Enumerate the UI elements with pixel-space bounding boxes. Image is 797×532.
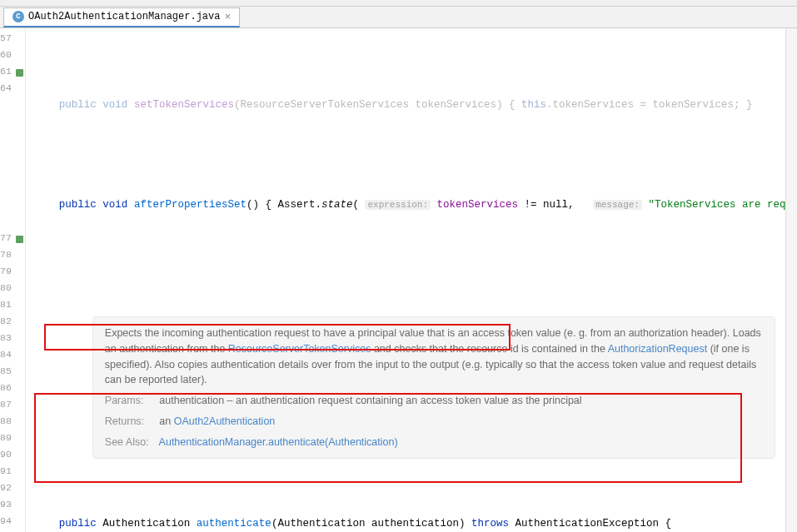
override-marker-icon[interactable] <box>16 236 23 243</box>
line-number[interactable]: 86 <box>0 380 25 396</box>
override-marker-icon[interactable] <box>16 69 23 77</box>
line-number[interactable]: 92 <box>0 480 25 496</box>
javadoc-params: Params: authentication – an authenticati… <box>105 393 763 409</box>
line-number[interactable]: 81 <box>0 296 25 313</box>
vertical-scrollbar[interactable] <box>785 28 797 532</box>
line-number[interactable]: 84 <box>0 346 25 363</box>
line-number[interactable]: 94 <box>0 513 25 530</box>
javadoc-link[interactable]: OAuth2Authentication <box>174 415 276 427</box>
line-number[interactable]: 83 <box>0 330 25 346</box>
line-number[interactable]: 57 <box>0 30 25 47</box>
line-number[interactable]: 77 <box>0 230 25 246</box>
gutter: 57 60 61 64 77 78 79 80 81 82 83 84 85 8… <box>0 28 26 532</box>
line-number[interactable]: 90 <box>0 446 25 463</box>
javadoc-link[interactable]: AuthorizationRequest <box>608 343 708 355</box>
line-number[interactable]: 88 <box>0 413 25 430</box>
javadoc-link[interactable]: ResourceServerTokenServices <box>228 343 371 355</box>
close-icon[interactable]: × <box>224 11 231 23</box>
javadoc-popup: Expects the incoming authentication requ… <box>92 316 775 459</box>
line-number[interactable]: 61 <box>0 63 25 80</box>
line-number[interactable]: 91 <box>0 463 25 480</box>
code-area[interactable]: Re public void setTokenServices(Resource… <box>26 28 797 532</box>
line-number[interactable]: 87 <box>0 396 25 413</box>
javadoc-returns: Returns: an OAuth2Authentication <box>105 414 763 430</box>
editor-tab-bar: C OAuth2AuthenticationManager.java × <box>0 7 797 28</box>
line-number[interactable]: 80 <box>0 280 25 296</box>
javadoc-seealso: See Also: AuthenticationManager.authenti… <box>105 435 763 450</box>
line-number[interactable]: 82 <box>0 313 25 330</box>
tab-filename: OAuth2AuthenticationManager.java <box>28 11 220 22</box>
toolbar-strip <box>0 0 797 7</box>
line-number[interactable]: 78 <box>0 246 25 263</box>
line-number[interactable]: 60 <box>0 47 25 63</box>
javadoc-description: Expects the incoming authentication requ… <box>105 326 763 388</box>
javadoc-link[interactable]: AuthenticationManager.authenticate(Authe… <box>159 436 398 448</box>
line-number[interactable]: 93 <box>0 496 25 513</box>
line-number[interactable]: 89 <box>0 430 25 446</box>
class-icon: C <box>12 11 24 22</box>
line-number[interactable]: 85 <box>0 363 25 380</box>
editor-tab[interactable]: C OAuth2AuthenticationManager.java × <box>3 7 240 27</box>
line-number[interactable]: 64 <box>0 80 25 97</box>
editor: 57 60 61 64 77 78 79 80 81 82 83 84 85 8… <box>0 28 797 532</box>
line-number[interactable]: 79 <box>0 263 25 280</box>
